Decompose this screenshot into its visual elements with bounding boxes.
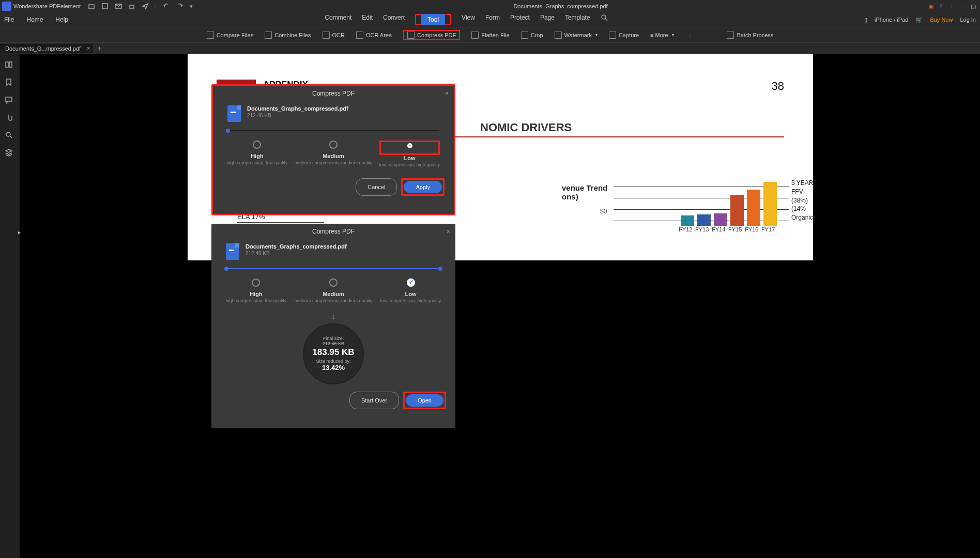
moon-icon[interactable]: ☾ <box>940 3 945 10</box>
tool-watermark[interactable]: Watermark▾ <box>555 32 598 39</box>
chart-x-labels: FY12FY13FY14FY15FY16FY17 <box>679 226 775 233</box>
mail-icon[interactable] <box>115 3 122 10</box>
compress-dialog-before: Compress PDF × Documents_Graphs_compress… <box>211 84 455 215</box>
tool-compress-pdf[interactable]: Compress PDF <box>407 32 456 39</box>
minimize-icon[interactable]: — <box>959 3 964 9</box>
close-icon[interactable]: × <box>445 90 449 97</box>
login-link[interactable]: Log In <box>960 17 976 23</box>
search-icon[interactable] <box>601 14 608 21</box>
menu-protect[interactable]: Protect <box>510 14 530 25</box>
pdf-file-icon <box>227 105 241 122</box>
tool-capture[interactable]: Capture <box>609 32 639 39</box>
folder-icon[interactable] <box>88 3 95 10</box>
undo-icon[interactable] <box>163 3 170 10</box>
chart-bar <box>714 213 727 226</box>
search-panel-icon[interactable] <box>5 131 14 141</box>
menu-comment[interactable]: Comment <box>325 14 351 25</box>
tool-compare-files[interactable]: Compare Files <box>207 32 254 39</box>
menu-home[interactable]: Home <box>26 16 43 23</box>
device-icon[interactable]: ▯ <box>864 17 867 23</box>
attachment-icon[interactable] <box>5 114 14 123</box>
radio-selected-icon[interactable] <box>407 143 412 148</box>
tool-combine-files[interactable]: Combine Files <box>265 32 311 39</box>
tool-batch-process[interactable]: Batch Process <box>727 32 773 39</box>
menu-template[interactable]: Template <box>565 14 590 25</box>
svg-rect-1 <box>102 4 108 9</box>
dialog-title: Compress PDF × <box>211 224 455 239</box>
chart-bar <box>763 182 777 226</box>
menu-view[interactable]: View <box>462 14 475 25</box>
close-icon[interactable]: × <box>447 228 450 235</box>
y-axis-zero: $0 <box>600 208 607 215</box>
option-low[interactable]: Low low compression, high quality <box>379 141 440 168</box>
save-icon[interactable] <box>101 3 109 10</box>
svg-rect-3 <box>130 5 134 8</box>
start-over-button[interactable]: Start Over <box>349 392 399 409</box>
menu-convert[interactable]: Convert <box>383 14 405 25</box>
send-icon[interactable] <box>142 3 149 10</box>
svg-point-4 <box>602 15 606 19</box>
svg-rect-5 <box>6 62 8 67</box>
progress-bar <box>227 130 439 131</box>
cancel-button[interactable]: Cancel <box>356 178 397 196</box>
dialog-filename: Documents_Graphs_compressed.pdf <box>246 243 347 250</box>
menu-help[interactable]: Help <box>55 16 68 23</box>
bookmark-icon[interactable] <box>5 79 14 88</box>
menu-bar: File Home Help Comment Edit Convert Tool… <box>0 12 980 27</box>
chart-x-label: FY15 <box>728 226 742 233</box>
radio-icon[interactable] <box>329 278 338 287</box>
document-tab[interactable]: Documents_G...mpressed.pdf × <box>0 44 93 53</box>
open-button[interactable]: Open <box>406 394 443 407</box>
tab-bar: Documents_G...mpressed.pdf × + <box>0 42 980 54</box>
option-medium[interactable]: Medium medium compression, medium qualit… <box>294 278 372 304</box>
menu-form[interactable]: Form <box>485 14 500 25</box>
tool-flatten-file[interactable]: Flatten File <box>471 32 509 39</box>
svg-point-8 <box>6 132 10 136</box>
cart-icon[interactable]: 🛒 <box>915 17 923 23</box>
apply-button[interactable]: Apply <box>404 181 442 193</box>
screenshot-icon[interactable]: ▣ <box>928 3 933 10</box>
option-high[interactable]: High high compression, low quality <box>227 141 288 168</box>
close-tab-icon[interactable]: × <box>87 45 90 51</box>
tab-label: Documents_G...mpressed.pdf <box>5 45 81 52</box>
menu-tool[interactable]: Tool <box>421 14 445 25</box>
chart-bar <box>681 215 694 226</box>
menu-page[interactable]: Page <box>540 14 555 25</box>
redo-icon[interactable] <box>176 3 183 10</box>
dialog-title: Compress PDF × <box>213 86 454 101</box>
chart-x-label: FY17 <box>761 226 775 233</box>
device-label[interactable]: iPhone / iPad <box>875 17 908 23</box>
radio-icon[interactable] <box>252 278 260 287</box>
buy-now-link[interactable]: Buy Now <box>930 17 953 23</box>
tool-more[interactable]: ≡More▾ <box>650 32 673 38</box>
menu-edit[interactable]: Edit <box>362 14 373 25</box>
compress-dialog-after: Compress PDF × Documents_Graphs_compress… <box>211 224 455 428</box>
chart-bar <box>730 195 744 226</box>
radio-icon[interactable] <box>253 141 261 149</box>
menu-file[interactable]: File <box>4 16 14 23</box>
chart-bar <box>697 214 711 226</box>
document-area[interactable]: 38 LDS APPENDIX SEGMENT OVERVI OVERVIEW … <box>21 54 980 558</box>
thumbnails-icon[interactable] <box>5 61 14 70</box>
tool-crop[interactable]: Crop <box>521 32 543 39</box>
option-high[interactable]: High high compression, low quality <box>226 278 287 304</box>
svg-rect-7 <box>6 97 12 101</box>
progress-bar <box>226 268 441 269</box>
chart-x-label: FY13 <box>695 226 709 233</box>
new-tab-button[interactable]: + <box>97 44 101 53</box>
option-low[interactable]: Low low compression, high quality <box>380 278 441 304</box>
chart-bar <box>747 190 760 226</box>
drivers-heading: NOMIC DRIVERS <box>480 121 784 134</box>
radio-checked-icon[interactable] <box>407 278 415 287</box>
maximize-icon[interactable]: ▢ <box>971 3 976 10</box>
chart-x-label: FY16 <box>745 226 758 233</box>
option-medium[interactable]: Medium medium compression, medium qualit… <box>294 141 372 168</box>
comment-icon[interactable] <box>5 96 14 105</box>
tool-ocr-area[interactable]: OCR Area <box>356 32 392 39</box>
tool-ocr[interactable]: OCR <box>323 32 345 39</box>
svg-rect-0 <box>89 5 94 9</box>
svg-rect-6 <box>9 62 12 67</box>
radio-icon[interactable] <box>329 141 338 149</box>
print-icon[interactable] <box>128 3 135 10</box>
layers-icon[interactable] <box>5 149 14 158</box>
